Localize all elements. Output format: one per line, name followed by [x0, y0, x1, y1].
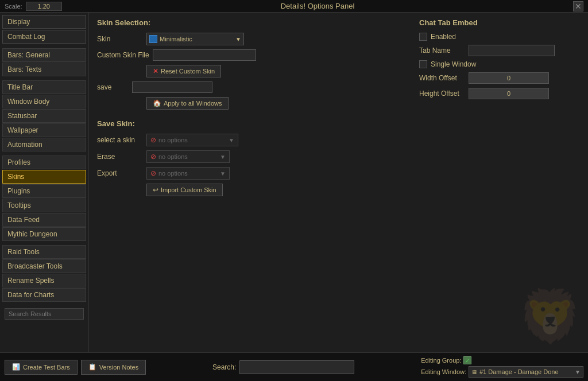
sidebar-item-skins[interactable]: Skins — [2, 170, 86, 184]
select-skin-dropdown[interactable]: ⊘ no options ▼ — [146, 134, 238, 146]
sidebar-item-statusbar[interactable]: Statusbar — [2, 109, 86, 123]
reset-btn-label: Reset Custom Skin — [161, 68, 215, 75]
search-field[interactable] — [239, 360, 354, 374]
sidebar-item-mythic-dungeon[interactable]: Mythic Dungeon — [2, 227, 86, 241]
enabled-label: Enabled — [431, 33, 456, 41]
sidebar-item-wallpaper[interactable]: Wallpaper — [2, 123, 86, 137]
save-skin-header: Save Skin: — [97, 119, 580, 128]
tab-name-row: Tab Name — [419, 45, 580, 56]
window-icon: 🖥 — [471, 369, 477, 375]
close-button[interactable]: ✕ — [573, 1, 583, 11]
sidebar-item-bars-texts[interactable]: Bars: Texts — [2, 63, 86, 76]
skin-dropdown[interactable]: Minimalistic ▼ — [146, 33, 244, 45]
sidebar-item-data-feed[interactable]: Data Feed — [2, 213, 86, 227]
export-dropdown[interactable]: ⊘ no options ▼ — [146, 167, 230, 180]
sidebar-item-broadcaster-tools[interactable]: Broadcaster Tools — [2, 259, 86, 273]
main-layout: Display Combat Log Bars: General Bars: T… — [0, 13, 588, 352]
create-test-bars-label: Create Test Bars — [23, 364, 70, 371]
no-opt-text-3: no options — [158, 170, 188, 177]
no-opt-icon-3: ⊘ — [150, 169, 156, 177]
chevron-down-icon: ▼ — [235, 36, 241, 42]
single-window-checkbox[interactable] — [419, 60, 427, 68]
scale-value: 1.20 — [26, 2, 62, 11]
apply-all-windows-button[interactable]: 🏠 Apply to all Windows — [146, 97, 229, 110]
reset-custom-skin-button[interactable]: ✕ Reset Custom Skin — [146, 65, 221, 77]
sidebar: Display Combat Log Bars: General Bars: T… — [0, 13, 89, 352]
custom-skin-label: Custom Skin File — [97, 51, 149, 59]
editing-group-label: Editing Group: — [421, 357, 461, 364]
import-row: ↩ Import Custom Skin — [97, 184, 580, 196]
bottom-right-editing: Editing Group: ✓ Editing Window: 🖥 #1 Da… — [421, 356, 583, 378]
lion-watermark: 🦁 — [518, 286, 582, 347]
sidebar-item-rename-spells[interactable]: Rename Spells — [2, 274, 86, 287]
erase-label: Erase — [97, 153, 143, 161]
create-test-bars-button[interactable]: 📊 Create Test Bars — [5, 360, 78, 375]
save-label: save — [97, 83, 129, 91]
sidebar-item-profiles[interactable]: Profiles — [2, 155, 86, 169]
search-input[interactable] — [5, 308, 84, 320]
import-custom-skin-button[interactable]: ↩ Import Custom Skin — [146, 184, 223, 196]
no-opt-icon: ⊘ — [150, 136, 156, 144]
enabled-row: Enabled — [419, 33, 580, 41]
erase-row: Erase ⊘ no options ▼ — [97, 150, 580, 163]
sidebar-item-tooltips[interactable]: Tooltips — [2, 199, 86, 212]
chat-tab-embed-panel: Chat Tab Embed Enabled Tab Name Single W… — [419, 18, 580, 103]
bottom-bar: 📊 Create Test Bars 📋 Version Notes Searc… — [0, 352, 588, 381]
no-opt-icon-2: ⊘ — [150, 153, 156, 161]
bottom-left-buttons: 📊 Create Test Bars 📋 Version Notes — [5, 360, 146, 375]
no-opt-text-2: no options — [158, 153, 188, 160]
no-opt-text-1: no options — [158, 137, 188, 143]
tab-name-input[interactable] — [469, 45, 555, 56]
custom-skin-input[interactable] — [153, 49, 256, 61]
scale-label: Scale: — [5, 3, 22, 10]
skin-icon — [149, 35, 157, 43]
search-label: Search: — [212, 363, 236, 371]
sidebar-item-data-for-charts[interactable]: Data for Charts — [2, 288, 86, 302]
editing-group-checkbox[interactable]: ✓ — [463, 356, 471, 364]
select-skin-row: select a skin ⊘ no options ▼ — [97, 134, 580, 146]
height-offset-input[interactable] — [469, 88, 549, 99]
sidebar-item-plugins[interactable]: Plugins — [2, 184, 86, 198]
save-input[interactable] — [132, 81, 212, 93]
tab-name-label: Tab Name — [419, 46, 465, 55]
export-row: Export ⊘ no options ▼ — [97, 167, 580, 180]
version-notes-label: Version Notes — [99, 364, 138, 371]
export-label: Export — [97, 169, 143, 177]
editing-window-dropdown[interactable]: 🖥 #1 Damage - Damage Done ▼ — [469, 366, 583, 378]
window-title: Details! Options Panel — [62, 2, 573, 10]
width-offset-row: Width Offset — [419, 72, 580, 84]
width-offset-label: Width Offset — [419, 74, 465, 82]
sidebar-item-automation[interactable]: Automation — [2, 138, 86, 151]
sidebar-item-combat-log[interactable]: Combat Log — [2, 30, 86, 44]
chat-tab-embed-header: Chat Tab Embed — [419, 18, 580, 27]
version-notes-button[interactable]: 📋 Version Notes — [81, 360, 146, 375]
sidebar-item-window-body[interactable]: Window Body — [2, 95, 86, 108]
sidebar-item-bars-general[interactable]: Bars: General — [2, 48, 86, 62]
scale-container: Scale: 1.20 — [5, 2, 62, 11]
erase-dropdown[interactable]: ⊘ no options ▼ — [146, 150, 230, 163]
sidebar-item-display[interactable]: Display — [2, 15, 86, 29]
skin-dropdown-value: Minimalistic — [160, 36, 192, 42]
enabled-checkbox[interactable] — [419, 33, 427, 41]
width-offset-input[interactable] — [469, 72, 549, 84]
height-offset-row: Height Offset — [419, 88, 580, 99]
editing-window-value: #1 Damage - Damage Done — [479, 368, 559, 375]
select-skin-label: select a skin — [97, 136, 143, 144]
chevron-down-icon-5: ▼ — [575, 369, 581, 375]
test-bars-icon: 📊 — [12, 363, 20, 371]
import-btn-label: Import Custom Skin — [161, 186, 216, 193]
chevron-down-icon-2: ▼ — [229, 137, 234, 143]
skin-label: Skin — [97, 35, 143, 43]
chevron-down-icon-3: ▼ — [220, 154, 226, 160]
height-offset-label: Height Offset — [419, 90, 465, 98]
bottom-search: Search: — [150, 360, 416, 374]
sidebar-item-title-bar[interactable]: Title Bar — [2, 80, 86, 94]
notes-icon: 📋 — [88, 363, 96, 371]
apply-btn-label: Apply to all Windows — [164, 100, 222, 107]
import-icon: ↩ — [153, 186, 158, 194]
chevron-down-icon-4: ▼ — [220, 170, 226, 177]
editing-group-row: Editing Group: ✓ — [421, 356, 471, 364]
sidebar-item-raid-tools[interactable]: Raid Tools — [2, 245, 86, 259]
house-icon: 🏠 — [153, 99, 161, 107]
single-window-row: Single Window — [419, 60, 580, 68]
